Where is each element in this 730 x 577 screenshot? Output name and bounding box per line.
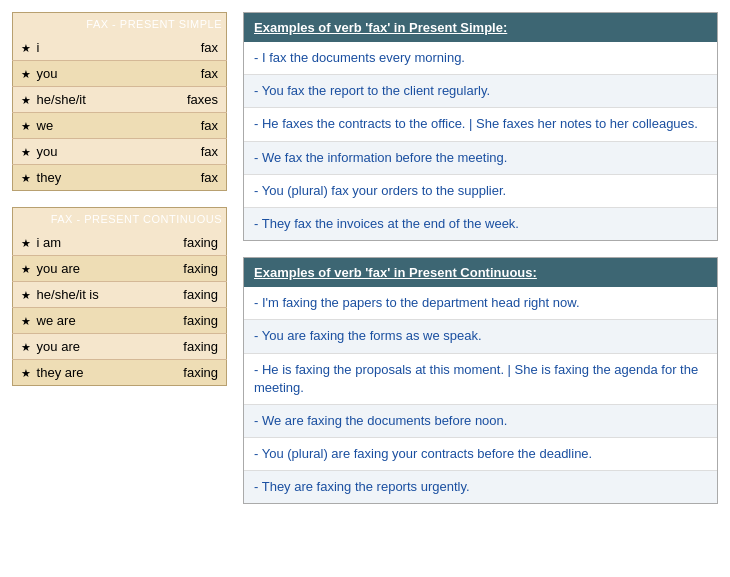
form-cell: fax xyxy=(143,139,227,165)
present-continuous-examples: Examples of verb 'fax' in Present Contin… xyxy=(243,257,718,504)
subject-cell: ★ he/she/it is xyxy=(13,282,143,308)
example-item: - You (plural) are faxing your contracts… xyxy=(244,438,717,471)
table-row: ★ we are faxing xyxy=(13,308,227,334)
present-continuous-examples-header: Examples of verb 'fax' in Present Contin… xyxy=(244,258,717,287)
form-cell: faxing xyxy=(143,256,227,282)
form-cell: fax xyxy=(143,35,227,61)
table-row: ★ he/she/it is faxing xyxy=(13,282,227,308)
example-item: - You fax the report to the client regul… xyxy=(244,75,717,108)
subject-cell: ★ i am xyxy=(13,230,143,256)
form-cell: faxing xyxy=(143,360,227,386)
example-item: - They fax the invoices at the end of th… xyxy=(244,208,717,240)
present-simple-examples: Examples of verb 'fax' in Present Simple… xyxy=(243,12,718,241)
right-column: Examples of verb 'fax' in Present Simple… xyxy=(243,12,718,504)
subject-cell: ★ i xyxy=(13,35,143,61)
table-row: ★ you are faxing xyxy=(13,334,227,360)
example-item: - We fax the information before the meet… xyxy=(244,142,717,175)
subject-cell: ★ you are xyxy=(13,256,143,282)
example-item: - They are faxing the reports urgently. xyxy=(244,471,717,503)
present-simple-table: FAX - PRESENT SIMPLE ★ i fax ★ you fax ★… xyxy=(12,12,227,191)
present-continuous-title: FAX - PRESENT CONTINUOUS xyxy=(13,208,227,231)
form-cell: faxing xyxy=(143,230,227,256)
subject-cell: ★ you xyxy=(13,139,143,165)
subject-cell: ★ they are xyxy=(13,360,143,386)
form-cell: fax xyxy=(143,61,227,87)
table-row: ★ i fax xyxy=(13,35,227,61)
form-cell: faxes xyxy=(143,87,227,113)
subject-cell: ★ we xyxy=(13,113,143,139)
example-item: - We are faxing the documents before noo… xyxy=(244,405,717,438)
main-layout: FAX - PRESENT SIMPLE ★ i fax ★ you fax ★… xyxy=(12,12,718,504)
subject-cell: ★ you are xyxy=(13,334,143,360)
form-cell: faxing xyxy=(143,282,227,308)
subject-cell: ★ you xyxy=(13,61,143,87)
subject-cell: ★ they xyxy=(13,165,143,191)
form-cell: fax xyxy=(143,165,227,191)
example-item: - You (plural) fax your orders to the su… xyxy=(244,175,717,208)
table-row: ★ you are faxing xyxy=(13,256,227,282)
example-item: - You are faxing the forms as we speak. xyxy=(244,320,717,353)
table-row: ★ he/she/it faxes xyxy=(13,87,227,113)
left-column: FAX - PRESENT SIMPLE ★ i fax ★ you fax ★… xyxy=(12,12,227,504)
table-row: ★ you fax xyxy=(13,139,227,165)
form-cell: faxing xyxy=(143,308,227,334)
present-simple-examples-header: Examples of verb 'fax' in Present Simple… xyxy=(244,13,717,42)
form-cell: fax xyxy=(143,113,227,139)
form-cell: faxing xyxy=(143,334,227,360)
table-row: ★ i am faxing xyxy=(13,230,227,256)
example-item: - I fax the documents every morning. xyxy=(244,42,717,75)
table-row: ★ you fax xyxy=(13,61,227,87)
table-row: ★ they are faxing xyxy=(13,360,227,386)
example-item: - I'm faxing the papers to the departmen… xyxy=(244,287,717,320)
present-continuous-table: FAX - PRESENT CONTINUOUS ★ i am faxing ★… xyxy=(12,207,227,386)
example-item: - He faxes the contracts to the office. … xyxy=(244,108,717,141)
table-row: ★ we fax xyxy=(13,113,227,139)
table-row: ★ they fax xyxy=(13,165,227,191)
example-item: - He is faxing the proposals at this mom… xyxy=(244,354,717,405)
present-simple-title: FAX - PRESENT SIMPLE xyxy=(13,13,227,36)
subject-cell: ★ we are xyxy=(13,308,143,334)
subject-cell: ★ he/she/it xyxy=(13,87,143,113)
